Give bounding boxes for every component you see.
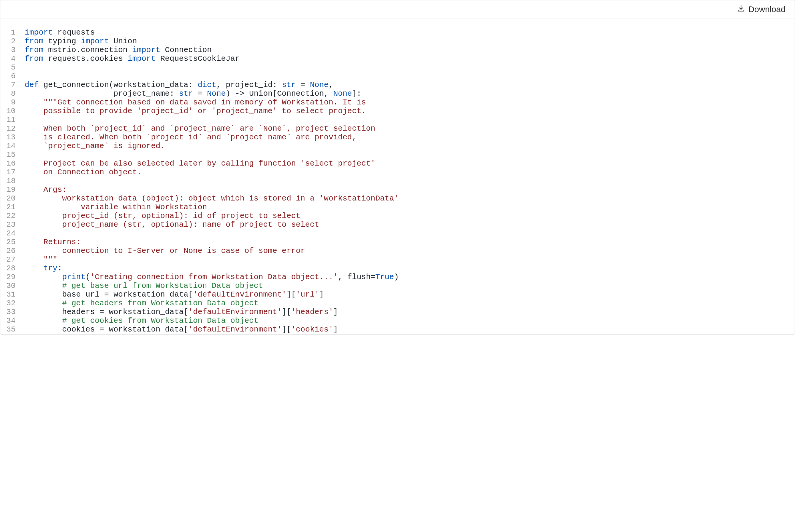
code-line[interactable]: workstation_data (object): object which … xyxy=(23,194,795,203)
code-token: ][ xyxy=(287,290,296,299)
code-line[interactable]: Returns: xyxy=(23,238,795,246)
code-token: 'defaultEnvironment' xyxy=(188,308,282,316)
code-token: ( xyxy=(86,273,90,281)
code-line[interactable]: try: xyxy=(23,264,795,273)
code-line[interactable]: cookies = workstation_data['defaultEnvir… xyxy=(23,325,795,334)
code-line[interactable]: variable within Workstation xyxy=(23,203,795,212)
code-token: Project can be also selected later by ca… xyxy=(25,159,375,168)
code-row: 4from requests.cookies import RequestsCo… xyxy=(0,54,795,63)
code-panel[interactable]: 1import requests2from typing import Unio… xyxy=(0,19,795,334)
code-line[interactable]: base_url = workstation_data['defaultEnvi… xyxy=(23,290,795,299)
code-row: 26 connection to I-Server or None is cas… xyxy=(0,246,795,255)
code-token: ]: xyxy=(352,89,361,98)
code-line[interactable]: project_name (str, optional): name of pr… xyxy=(23,220,795,229)
code-token: # get base url from Workstation Data obj… xyxy=(62,281,263,290)
download-button[interactable]: Download xyxy=(737,4,785,15)
code-token: """ xyxy=(25,255,57,264)
code-line[interactable]: is cleared. When both `project_id` and `… xyxy=(23,133,795,142)
code-row: 8 project_name: str = None) -> Union[Con… xyxy=(0,89,795,98)
code-row: 19 Args: xyxy=(0,185,795,194)
code-row: 16 Project can be also selected later by… xyxy=(0,159,795,168)
code-row: 1import requests xyxy=(0,28,795,37)
code-token: requests.cookies xyxy=(43,54,127,63)
code-token: project_id (str, optional): id of projec… xyxy=(25,212,301,220)
code-row: 25 Returns: xyxy=(0,238,795,246)
code-line[interactable]: headers = workstation_data['defaultEnvir… xyxy=(23,308,795,316)
code-line[interactable]: connection to I-Server or None is case o… xyxy=(23,246,795,255)
line-number: 6 xyxy=(0,72,23,81)
code-line[interactable]: def get_connection(workstation_data: dic… xyxy=(23,81,795,89)
code-token: ] xyxy=(333,325,338,334)
line-number: 14 xyxy=(0,142,23,150)
code-line[interactable]: `project_name` is ignored. xyxy=(23,142,795,150)
line-number: 32 xyxy=(0,299,23,308)
code-line[interactable]: on Connection object. xyxy=(23,168,795,177)
line-number: 18 xyxy=(0,177,23,185)
code-token: None xyxy=(207,89,226,98)
code-token: from xyxy=(25,37,43,46)
code-row: 9 """Get connection based on data saved … xyxy=(0,98,795,107)
line-number: 34 xyxy=(0,316,23,325)
toolbar: Download xyxy=(0,0,795,19)
code-token xyxy=(25,316,62,325)
code-row: 7def get_connection(workstation_data: di… xyxy=(0,81,795,89)
code-line[interactable]: """ xyxy=(23,255,795,264)
code-token xyxy=(25,98,43,107)
code-token: project_name: xyxy=(25,89,179,98)
code-line[interactable]: project_name: str = None) -> Union[Conne… xyxy=(23,89,795,98)
code-line[interactable]: from typing import Union xyxy=(23,37,795,46)
code-line[interactable]: # get base url from Workstation Data obj… xyxy=(23,281,795,290)
code-row: 35 cookies = workstation_data['defaultEn… xyxy=(0,325,795,334)
code-token: None xyxy=(333,89,352,98)
code-line[interactable]: When both `project_id` and `project_name… xyxy=(23,124,795,133)
code-token: # get headers from Workstation Data obje… xyxy=(62,299,258,308)
code-token: 'Creating connection from Workstation Da… xyxy=(90,273,338,281)
code-row: 23 project_name (str, optional): name of… xyxy=(0,220,795,229)
line-number: 22 xyxy=(0,212,23,220)
code-token: 'url' xyxy=(296,290,320,299)
line-number: 17 xyxy=(0,168,23,177)
code-line[interactable]: Project can be also selected later by ca… xyxy=(23,159,795,168)
code-row: 11 xyxy=(0,115,795,124)
code-token: ] xyxy=(333,308,338,316)
line-number: 20 xyxy=(0,194,23,203)
line-number: 10 xyxy=(0,107,23,115)
code-row: 14 `project_name` is ignored. xyxy=(0,142,795,150)
code-token: try xyxy=(43,264,57,273)
code-token: import xyxy=(128,54,156,63)
line-number: 19 xyxy=(0,185,23,194)
code-line[interactable]: project_id (str, optional): id of projec… xyxy=(23,212,795,220)
code-row: 3from mstrio.connection import Connectio… xyxy=(0,46,795,54)
code-row: 6 xyxy=(0,72,795,81)
code-token: import xyxy=(132,46,160,54)
code-token: import xyxy=(81,37,109,46)
code-line[interactable]: from mstrio.connection import Connection xyxy=(23,46,795,54)
line-number: 26 xyxy=(0,246,23,255)
code-token: Connection xyxy=(160,46,212,54)
code-row: 12 When both `project_id` and `project_n… xyxy=(0,124,795,133)
code-line[interactable]: from requests.cookies import RequestsCoo… xyxy=(23,54,795,63)
code-line[interactable]: import requests xyxy=(23,28,795,37)
line-number: 7 xyxy=(0,81,23,89)
code-token: requests xyxy=(53,28,95,37)
code-token: workstation_data (object): object which … xyxy=(25,194,399,203)
code-line[interactable]: print('Creating connection from Workstat… xyxy=(23,273,795,281)
code-token: # get cookies from Workstation Data obje… xyxy=(62,316,258,325)
code-token: base_url = workstation_data[ xyxy=(25,290,193,299)
line-number: 35 xyxy=(0,325,23,334)
code-token: mstrio.connection xyxy=(43,46,132,54)
code-token: """Get connection based on data saved in… xyxy=(43,98,366,107)
code-line[interactable]: """Get connection based on data saved in… xyxy=(23,98,795,107)
download-label: Download xyxy=(748,5,785,14)
code-line[interactable]: possible to provide 'project_id' or 'pro… xyxy=(23,107,795,115)
line-number: 28 xyxy=(0,264,23,273)
line-number: 16 xyxy=(0,159,23,168)
code-row: 13 is cleared. When both `project_id` an… xyxy=(0,133,795,142)
code-token: , flush= xyxy=(338,273,375,281)
code-line[interactable]: # get headers from Workstation Data obje… xyxy=(23,299,795,308)
code-token: 'headers' xyxy=(291,308,333,316)
code-line[interactable]: Args: xyxy=(23,185,795,194)
code-token: project_name (str, optional): name of pr… xyxy=(25,220,319,229)
code-line[interactable]: # get cookies from Workstation Data obje… xyxy=(23,316,795,325)
line-number: 5 xyxy=(0,63,23,72)
